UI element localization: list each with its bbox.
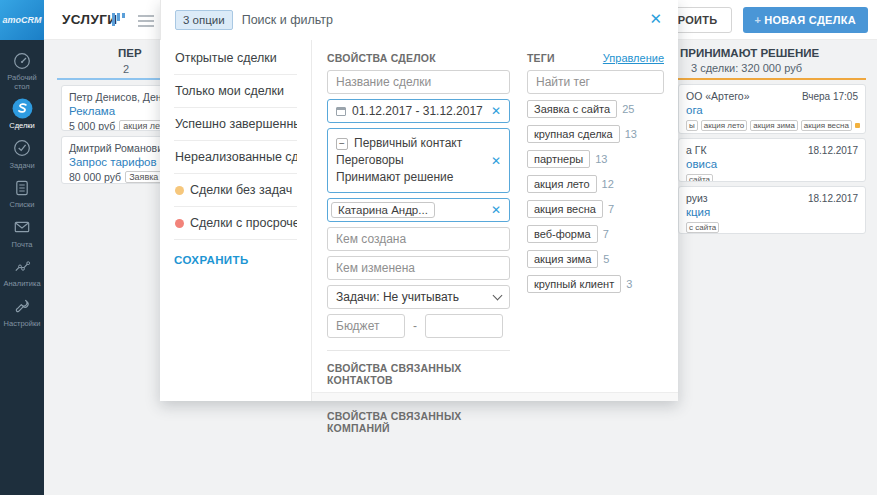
tag-chip[interactable]: Заявка с сайта [527, 100, 617, 118]
tag-row: веб-форма7 [527, 224, 664, 244]
card-deal-link[interactable]: ога [686, 104, 858, 116]
deal-card[interactable]: а ГК18.12.2017овисасайта [678, 138, 866, 182]
sidebar: Рабочий столСделкиЗадачиСпискиПочтаАнали… [0, 40, 44, 495]
search-filter-panel: 3 опции ✕ Открытые сделкиТолько мои сдел… [160, 0, 678, 401]
tag-chip[interactable]: партнеры [527, 150, 590, 168]
column-subtitle-right: 3 сделки: 320 000 руб [691, 62, 802, 74]
stage-multiselect[interactable]: ✕ −Первичный контактПереговорыПринимают … [327, 128, 510, 193]
card-date: Вчера 17:05 [802, 91, 858, 102]
search-input[interactable] [242, 13, 532, 27]
tag-chip[interactable]: акция зима [527, 250, 598, 268]
deal-card[interactable]: ОО «Артего»Вчера 17:05огаыакция летоакци… [678, 84, 866, 134]
tasks-check-icon [12, 137, 32, 160]
sidebar-item-3[interactable]: Задачи [0, 137, 44, 171]
tag-count: 13 [595, 153, 607, 165]
sidebar-item-label: Списки [1, 201, 43, 210]
filter-preset-label: Сделки с просроченным... [190, 216, 297, 230]
budget-range: - [327, 314, 510, 338]
linked-contacts-header[interactable]: СВОЙСТВА СВЯЗАННЫХ КОНТАКТОВ [327, 362, 510, 386]
stage-option[interactable]: Принимают решение [336, 169, 487, 186]
filter-preset[interactable]: Открытые сделки [174, 42, 297, 75]
tag-count: 12 [602, 178, 614, 190]
sidebar-item-1[interactable]: Рабочий стол [0, 49, 44, 91]
tag-count: 25 [622, 103, 634, 115]
deal-card[interactable]: руиз18.12.2017кцияс сайта [678, 186, 866, 234]
close-icon[interactable]: ✕ [649, 10, 662, 28]
stage-option-label: Переговоры [336, 153, 404, 168]
filter-preset[interactable]: Только мои сделки [174, 75, 297, 108]
card-date: 18.12.2017 [808, 193, 858, 204]
sidebar-item-6[interactable]: Аналитика [0, 255, 44, 289]
filter-preset[interactable]: Нереализованные сделки [174, 141, 297, 174]
amocrm-logo: amoCRM [0, 0, 44, 40]
sidebar-item-label: Аналитика [1, 280, 43, 289]
sidebar-item-label: Настройки [1, 320, 43, 329]
stage-option[interactable]: −Первичный контакт [336, 135, 487, 152]
created-by-input[interactable] [327, 227, 510, 251]
clear-responsible-icon[interactable]: ✕ [491, 203, 501, 217]
responsible-chip[interactable]: Катарина Андр... [331, 202, 435, 218]
page-title: УСЛУГИ [62, 0, 117, 40]
tag-search-input[interactable] [527, 70, 664, 94]
deal-name-input[interactable] [327, 70, 510, 94]
tag-chip[interactable]: крупная сделка [527, 125, 620, 143]
sidebar-item-label: Сделки [1, 122, 43, 131]
budget-from-input[interactable] [327, 314, 405, 338]
pipeline-icon[interactable] [112, 13, 125, 26]
checkbox-minus-icon[interactable]: − [336, 138, 348, 150]
gauge-icon [12, 49, 32, 72]
sidebar-item-7[interactable]: Настройки [0, 295, 44, 329]
filter-preset[interactable]: Успешно завершенные [174, 108, 297, 141]
save-filter-button[interactable]: СОХРАНИТЬ [174, 254, 297, 266]
analytics-icon [12, 255, 32, 278]
hamburger-menu-icon[interactable] [138, 15, 154, 30]
card-tag-chip: сайта [686, 174, 713, 182]
sidebar-item-2[interactable]: Сделки [0, 97, 44, 131]
tag-chip[interactable]: крупный клиент [527, 275, 621, 293]
sidebar-item-label: Почта [1, 241, 43, 250]
tag-row: крупная сделка13 [527, 124, 664, 144]
linked-companies-header[interactable]: СВОЙСТВА СВЯЗАННЫХ КОМПАНИЙ [327, 410, 510, 434]
responsible-field[interactable]: Катарина Андр... ✕ [327, 198, 510, 222]
tasks-select-value: Задачи: Не учитывать [336, 290, 459, 304]
filter-preset-label: Открытые сделки [175, 51, 277, 65]
card-tag-chip: ы [686, 120, 698, 131]
plus-icon: + [755, 14, 762, 26]
new-deal-button[interactable]: +НОВАЯ СДЕЛКА [743, 7, 869, 33]
card-tag-chip: акция весна [801, 120, 852, 131]
tag-row: акция весна7 [527, 199, 664, 219]
divider [327, 350, 510, 351]
budget-to-input[interactable] [425, 314, 503, 338]
tag-row: акция лето12 [527, 174, 664, 194]
tasks-select[interactable]: Задачи: Не учитывать [327, 285, 510, 309]
clear-date-icon[interactable]: ✕ [491, 104, 501, 118]
tag-chip[interactable]: веб-форма [527, 225, 598, 243]
tag-count: 13 [625, 128, 637, 140]
filter-preset[interactable]: Сделки без задач [174, 174, 297, 207]
card-deal-link[interactable]: овиса [686, 158, 858, 170]
column-underline-right [678, 78, 866, 80]
column-title-left: ПЕР [118, 47, 142, 59]
sidebar-item-4[interactable]: Списки [0, 176, 44, 210]
red-dot-icon [175, 219, 184, 228]
task-status-dot-icon [855, 123, 860, 128]
options-count-badge[interactable]: 3 опции [175, 10, 233, 30]
tag-count: 5 [603, 253, 609, 265]
filter-preset-label: Нереализованные сделки [175, 150, 297, 164]
filter-preset[interactable]: Сделки с просроченным... [174, 207, 297, 240]
sidebar-item-5[interactable]: Почта [0, 216, 44, 250]
yellow-dot-icon [175, 186, 184, 195]
manage-tags-link[interactable]: Управление [603, 52, 664, 64]
lists-icon [12, 176, 32, 199]
stage-option[interactable]: Переговоры [336, 152, 487, 169]
deal-properties-header: СВОЙСТВА СДЕЛОК [327, 52, 510, 64]
sidebar-item-label: Задачи [1, 162, 43, 171]
card-deal-link[interactable]: кция [686, 206, 858, 218]
card-contact: а ГК [686, 144, 707, 156]
date-range-field[interactable]: 01.12.2017 - 31.12.2017 ✕ [327, 99, 510, 123]
stage-option-label: Первичный контакт [354, 136, 462, 151]
modified-by-input[interactable] [327, 256, 510, 280]
tag-chip[interactable]: акция весна [527, 200, 603, 218]
tag-chip[interactable]: акция лето [527, 175, 597, 193]
clear-stages-icon[interactable]: ✕ [491, 154, 501, 168]
